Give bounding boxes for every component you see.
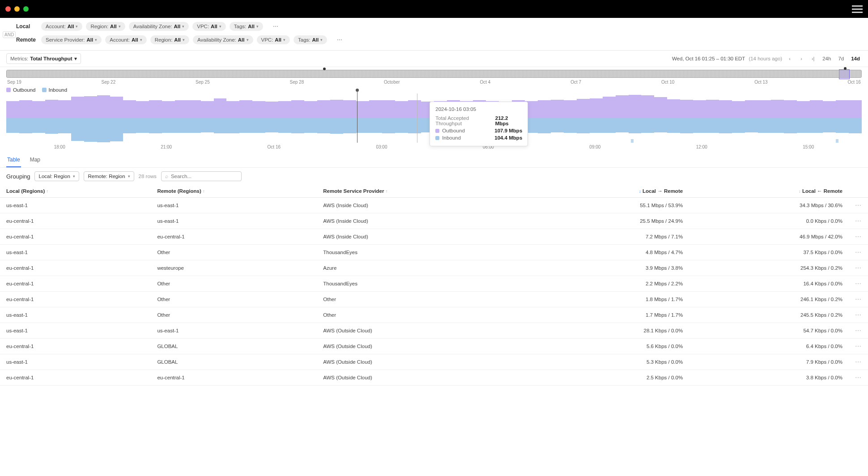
sort-asc-icon: ↑ [46, 189, 48, 194]
overview-ticks: Sep 19Sep 22Sep 25Sep 28OctoberOct 4Oct … [6, 78, 862, 85]
view-tabs: Table Map [0, 153, 868, 168]
row-menu-icon[interactable]: ⋯ [855, 217, 862, 225]
sort-desc-icon: ↓ [639, 189, 641, 194]
chevron-down-icon: ▾ [73, 174, 75, 178]
time-ago-text: (14 hours ago) [749, 56, 782, 61]
range-14d-button[interactable]: 14d [849, 55, 862, 62]
search-input[interactable] [171, 174, 238, 179]
local-filter-chip[interactable]: VPC: All ▾ [192, 22, 226, 31]
chevron-down-icon: ▾ [95, 38, 97, 42]
chevron-down-icon: ▾ [256, 24, 259, 29]
chevron-down-icon: ▾ [283, 38, 285, 42]
row-menu-icon[interactable]: ⋯ [855, 311, 862, 319]
results-table: Local (Regions)↑ Remote (Regions)↑ Remot… [0, 185, 868, 386]
remote-filter-chip[interactable]: Account: All ▾ [105, 35, 146, 44]
sort-asc-icon: ↑ [203, 189, 205, 194]
tab-map[interactable]: Map [29, 153, 41, 167]
overview-scrubber[interactable] [6, 70, 862, 78]
prev-time-button[interactable]: ‹ [786, 55, 794, 63]
range-24h-button[interactable]: 24h [821, 55, 833, 62]
remote-filter-chip[interactable]: Availability Zone: All ▾ [193, 35, 253, 44]
row-menu-icon[interactable]: ⋯ [855, 249, 862, 256]
chevron-down-icon: ▾ [247, 38, 249, 42]
row-menu-icon[interactable]: ⋯ [855, 264, 862, 272]
col-remote[interactable]: Remote (Regions)↑ [151, 185, 317, 198]
sort-desc-icon: ↓ [799, 189, 801, 194]
table-row[interactable]: eu-central-1eu-central-1AWS (Inside Clou… [0, 229, 868, 245]
table-row[interactable]: eu-central-1OtherThousandEyes2.2 Mbps / … [0, 276, 868, 292]
chevron-down-icon: ▾ [182, 24, 184, 29]
more-filters-icon[interactable]: ⋯ [270, 21, 281, 31]
local-filter-label: Local [16, 23, 38, 30]
table-row[interactable]: eu-central-1us-east-1AWS (Inside Cloud)2… [0, 213, 868, 229]
row-menu-icon[interactable]: ⋯ [855, 296, 862, 303]
remote-filter-chip[interactable]: Service Provider: All ▾ [41, 35, 102, 44]
remote-filter-chip[interactable]: Region: All ▾ [150, 35, 189, 44]
throughput-chart[interactable]: 18:0021:00Oct 1603:0006:0009:0012:0015:0… [0, 94, 868, 153]
range-7d-button[interactable]: 7d [836, 55, 846, 62]
close-window-button[interactable] [5, 6, 11, 12]
overview-selection[interactable] [839, 69, 850, 79]
local-filter-chip[interactable]: Tags: All ▾ [230, 22, 263, 31]
chevron-down-icon: ▾ [74, 55, 77, 62]
tab-table[interactable]: Table [6, 153, 21, 167]
row-menu-icon[interactable]: ⋯ [855, 343, 862, 350]
tooltip-time: 2024-10-16 03:05 [435, 106, 522, 112]
row-menu-icon[interactable]: ⋯ [855, 280, 862, 287]
chart-cursor[interactable] [357, 91, 357, 143]
col-remote-to-local[interactable]: ↓ Local ← Remote [689, 185, 849, 198]
search-box[interactable]: ⌕ [161, 171, 242, 181]
overview-timeline[interactable]: Sep 19Sep 22Sep 25Sep 28OctoberOct 4Oct … [0, 67, 868, 85]
menu-icon[interactable] [852, 5, 863, 13]
chart-hover-line [417, 94, 417, 143]
table-row[interactable]: us-east-1OtherOther1.7 Mbps / 1.7%245.5 … [0, 307, 868, 323]
chevron-down-icon: ▾ [183, 38, 185, 42]
row-menu-icon[interactable]: ⋯ [855, 327, 862, 334]
table-row[interactable]: us-east-1GLOBALAWS (Outside Cloud)5.3 Kb… [0, 354, 868, 370]
chart-tooltip: 2024-10-16 03:05 Total Accepted Throughp… [430, 102, 528, 146]
metrics-bar: Metrics: Total Throughput ▾ Wed, Oct 16 … [0, 51, 868, 67]
row-menu-icon[interactable]: ⋯ [855, 233, 862, 240]
col-local-to-remote[interactable]: ↓ Local → Remote [529, 185, 689, 198]
local-filter-chip[interactable]: Availability Zone: All ▾ [129, 22, 189, 31]
local-filter-chip[interactable]: Region: All ▾ [86, 22, 125, 31]
more-filters-icon[interactable]: ⋯ [334, 35, 345, 45]
remote-filter-label: Remote [16, 37, 38, 43]
remote-filter-chip[interactable]: VPC: All ▾ [257, 35, 290, 44]
time-range-text: Wed, Oct 16 01:25 – 01:30 EDT [672, 56, 745, 61]
minimize-window-button[interactable] [14, 6, 20, 12]
table-row[interactable]: us-east-1us-east-1AWS (Inside Cloud)55.1… [0, 198, 868, 213]
chart-legend: Outbound Inbound [0, 85, 868, 94]
jump-latest-button[interactable]: ›| [809, 55, 817, 63]
remote-filter-row: Remote Service Provider: All ▾Account: A… [16, 35, 862, 45]
grouping-local-select[interactable]: Local: Region▾ [34, 171, 79, 181]
table-row[interactable]: eu-central-1eu-central-1AWS (Outside Clo… [0, 370, 868, 386]
and-operator-badge: AND [3, 31, 16, 38]
table-row[interactable]: eu-central-1GLOBALAWS (Outside Cloud)5.6… [0, 339, 868, 354]
search-icon: ⌕ [165, 173, 168, 179]
time-range-controls: Wed, Oct 16 01:25 – 01:30 EDT (14 hours … [672, 55, 862, 63]
table-row[interactable]: eu-central-1westeuropeAzure3.9 Mbps / 3.… [0, 260, 868, 276]
table-row[interactable]: us-east-1us-east-1AWS (Outside Cloud)28.… [0, 323, 868, 339]
row-menu-icon[interactable]: ⋯ [855, 374, 862, 381]
local-filter-chip[interactable]: Account: All ▾ [41, 22, 82, 31]
grouping-bar: Grouping Local: Region▾ Remote: Region▾ … [0, 168, 868, 185]
chevron-down-icon: ▾ [128, 174, 130, 178]
table-row[interactable]: eu-central-1OtherOther1.8 Mbps / 1.7%246… [0, 292, 868, 307]
row-menu-icon[interactable]: ⋯ [855, 358, 862, 366]
grouping-remote-select[interactable]: Remote: Region▾ [84, 171, 134, 181]
chevron-down-icon: ▾ [76, 24, 78, 29]
maximize-window-button[interactable] [23, 6, 29, 12]
window-titlebar [0, 0, 868, 18]
chevron-down-icon: ▾ [320, 38, 323, 42]
chevron-down-icon: ▾ [219, 24, 221, 29]
col-local[interactable]: Local (Regions)↑ [0, 185, 151, 198]
row-menu-icon[interactable]: ⋯ [855, 202, 862, 209]
metrics-selector[interactable]: Metrics: Total Throughput ▾ [6, 53, 81, 64]
remote-filter-chip[interactable]: Tags: All ▾ [294, 35, 327, 44]
row-count: 28 rows [139, 174, 157, 179]
next-time-button[interactable]: › [797, 55, 805, 63]
table-row[interactable]: us-east-1OtherThousandEyes4.8 Mbps / 4.7… [0, 245, 868, 260]
grouping-label: Grouping [6, 173, 30, 180]
col-provider[interactable]: Remote Service Provider↑ [317, 185, 529, 198]
